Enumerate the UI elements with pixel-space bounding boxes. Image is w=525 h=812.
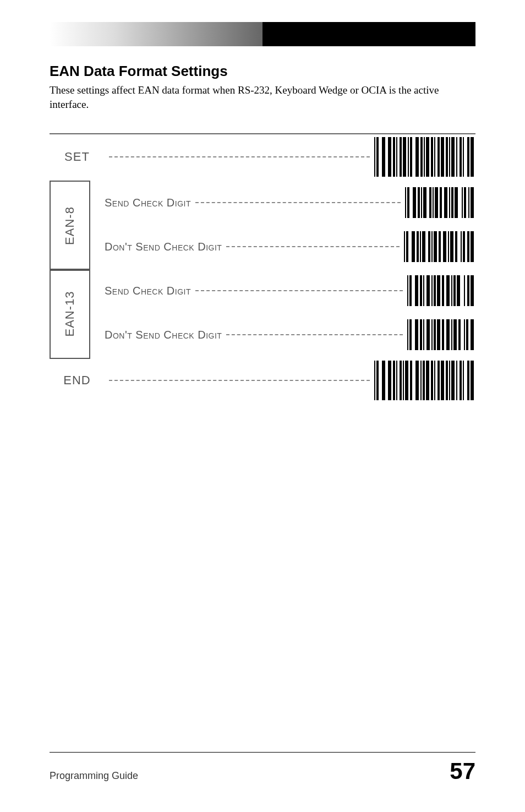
barcode-ean13-dont-send: [407, 319, 475, 350]
group-ean8-label: EAN-8: [63, 206, 77, 245]
page-title: EAN Data Format Settings: [50, 63, 475, 80]
barcode-set: [374, 137, 475, 177]
set-label: SET: [50, 150, 105, 164]
group-ean8: EAN-8: [50, 181, 90, 271]
barcode-end: [374, 361, 475, 400]
leader-line: [109, 380, 370, 381]
leader-line: [195, 290, 403, 291]
option-ean8-dont-send: Don't Send Check Digit: [105, 241, 222, 253]
option-ean13-dont-send: Don't Send Check Digit: [105, 329, 222, 341]
leader-line: [109, 156, 370, 157]
leader-line: [226, 334, 403, 335]
leader-line: [195, 202, 401, 203]
barcode-ean8-send: [405, 187, 475, 218]
page-footer: Programming Guide 57: [50, 752, 475, 784]
header-gradient-bar: [50, 22, 475, 46]
barcode-ean13-send: [407, 275, 475, 306]
end-label: END: [50, 373, 105, 388]
option-ean8-send: Send Check Digit: [105, 197, 191, 209]
group-ean13-label: EAN-13: [63, 291, 77, 337]
footer-page-number: 57: [450, 758, 475, 784]
footer-left: Programming Guide: [50, 770, 138, 782]
intro-text: These settings affect EAN data format wh…: [50, 83, 475, 111]
group-ean13: EAN-13: [50, 269, 90, 359]
option-ean13-send: Send Check Digit: [105, 285, 191, 297]
leader-line: [226, 246, 400, 247]
barcode-ean8-dont-send: [404, 231, 475, 262]
settings-diagram: SET EAN-8 Send Check Digit Don't Send Ch…: [50, 133, 475, 404]
divider: [50, 133, 475, 134]
